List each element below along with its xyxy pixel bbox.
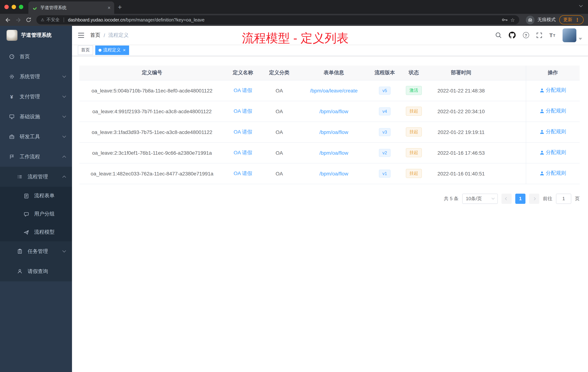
tab-title: 芋道管理系统 [40,5,105,11]
assign-rule-link[interactable]: 分配规则 [540,129,566,135]
form-link[interactable]: /bpm/oa/leave/create [310,88,358,93]
breadcrumb-separator: / [104,32,105,38]
assign-rule-link[interactable]: 分配规则 [540,149,566,156]
hamburger-icon[interactable] [78,32,84,38]
incognito-indicator: 无痕模式 [526,15,556,24]
chevron-down-icon [62,74,66,78]
breadcrumb-home[interactable]: 首页 [90,32,100,38]
chat-bubble-icon [22,211,31,217]
page-size-select[interactable]: 10条/页 [462,194,498,204]
form-link[interactable]: /bpm/oa/flow [319,150,348,156]
version-badge: v2 [379,149,390,157]
status-badge: 挂起 [406,148,422,157]
definition-name-link[interactable]: OA 请假 [234,170,252,176]
sidebar-item-payment[interactable]: ¥ 支付管理 [0,87,72,107]
github-icon[interactable] [509,32,515,39]
version-badge: v4 [379,107,390,115]
tab-search-chevron-icon[interactable] [580,2,582,9]
security-warning-icon[interactable]: ⚠ [41,17,44,22]
definition-id: oa_leave:2:3c1f0ef1-76b1-11ec-9c66-a2380… [79,142,225,163]
logo-avatar [7,30,17,41]
password-key-icon[interactable] [502,18,508,22]
toolbox-icon [7,134,16,139]
status-badge: 挂起 [406,107,422,116]
definition-name-link[interactable]: OA 请假 [234,108,252,114]
omnibox-divider [64,17,64,22]
forward-button[interactable] [13,15,23,25]
sidebar-item-process-form[interactable]: 流程表单 [0,187,72,205]
definition-name-link[interactable]: OA 请假 [234,149,252,155]
definition-name-link[interactable]: OA 请假 [234,87,252,93]
update-button[interactable]: 更新 ⋮ [559,15,584,24]
active-dot-icon [99,49,101,52]
definition-id: oa_leave:3:1fad3d93-7b75-11ec-a3c8-acde4… [79,121,225,142]
search-icon[interactable] [495,32,501,38]
prev-page-button[interactable] [502,194,512,204]
sidebar-item-process-management[interactable]: 流程管理 [0,167,72,187]
window-zoom-button[interactable] [19,5,23,9]
user-menu[interactable] [563,28,582,42]
browser-menu-icon[interactable]: ⋮ [575,17,580,22]
font-size-icon[interactable]: TT [549,33,555,38]
sidebar-item-process-model[interactable]: 流程模型 [0,223,72,241]
assign-rule-link[interactable]: 分配规则 [540,87,566,94]
new-tab-button[interactable]: + [118,3,122,11]
chevron-down-icon [62,114,66,118]
browser-tab[interactable]: 芋道管理系统 × [28,1,114,14]
sidebar-item-user-group[interactable]: 用户分组 [0,205,72,223]
tag-close-icon[interactable]: × [123,48,126,52]
assign-rule-link[interactable]: 分配规则 [540,108,566,114]
fullscreen-icon[interactable] [536,32,542,38]
tag-process-definition[interactable]: 流程定义 × [95,45,129,55]
user-icon [540,150,544,155]
col-id: 定义编号 [79,66,225,80]
form-link[interactable]: /bpm/oa/flow [319,108,348,114]
status-badge: 挂起 [406,169,422,178]
tab-favicon-icon [32,5,37,10]
avatar[interactable] [563,28,576,42]
version-badge: v5 [379,87,390,94]
help-icon[interactable]: ? [523,32,529,38]
sidebar-menu: 首页 系统管理 ¥ 支付管理 基础设施 [0,47,72,281]
reload-button[interactable] [23,15,33,25]
sidebar-item-system[interactable]: 系统管理 [0,67,72,87]
form-link[interactable]: /bpm/oa/flow [319,171,348,176]
next-page-button[interactable] [529,194,539,204]
tag-home[interactable]: 首页 [78,45,93,55]
tab-strip: 芋道管理系统 × + [0,0,588,14]
sidebar-item-workflow[interactable]: 工作流程 [0,147,72,167]
pagination-total: 共 5 条 [444,195,459,202]
col-name: 定义名称 [225,66,261,80]
back-button[interactable] [3,15,13,25]
definition-category: OA [261,163,297,184]
col-form: 表单信息 [297,66,370,80]
sidebar-item-task-management[interactable]: 任务管理 [0,241,72,261]
current-page-button[interactable]: 1 [515,194,525,204]
window-close-button[interactable] [4,5,9,9]
sidebar-item-leave-query[interactable]: 请假查询 [0,261,72,281]
sidebar-item-infrastructure[interactable]: 基础设施 [0,107,72,127]
incognito-icon [526,15,535,24]
sidebar-item-devtools[interactable]: 研发工具 [0,127,72,147]
tab-close-icon[interactable]: × [108,5,111,10]
goto-label: 前往 [543,195,552,202]
page-goto-input[interactable] [556,194,571,204]
table-row: oa_leave:5:004b710b-7b8a-11ec-8ef0-acde4… [79,80,580,101]
col-version: 流程版本 [370,66,399,80]
chevron-down-icon [62,94,66,98]
address-bar[interactable]: ⚠ 不安全 dashboard.yudao.iocoder.cn/bpm/man… [36,15,519,24]
definition-name-link[interactable]: OA 请假 [234,129,252,134]
sidebar-item-home[interactable]: 首页 [0,47,72,67]
deploy-time: 2022-01-16 01:40:51 [428,163,494,184]
browser-window: 芋道管理系统 × + ⚠ 不安全 dashboard.yudao.iocoder… [0,0,588,372]
col-time: 部署时间 [428,66,494,80]
table-row: oa_leave:4:991f2193-7b7f-11ec-a3c8-acde4… [79,101,580,121]
form-link[interactable]: /bpm/oa/flow [319,129,348,135]
definition-category: OA [261,80,297,101]
col-filler [494,66,526,80]
bookmark-star-icon[interactable]: ☆ [510,17,515,23]
window-minimize-button[interactable] [12,5,16,9]
col-status: 状态 [399,66,428,80]
yen-icon: ¥ [7,94,16,99]
assign-rule-link[interactable]: 分配规则 [540,170,566,177]
